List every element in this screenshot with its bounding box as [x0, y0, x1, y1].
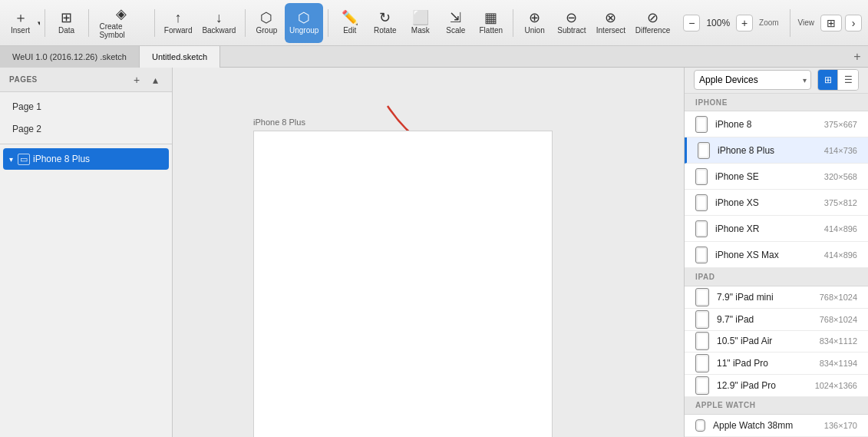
page-list: Page 1 Page 2: [0, 92, 172, 144]
sidebar: PAGES + ▴ Page 1 Page 2 ▾ ▭ iPhone 8 Plu…: [0, 68, 173, 437]
zoom-out-button[interactable]: −: [683, 15, 700, 31]
group-button[interactable]: ⬡ Group: [249, 3, 283, 43]
page-item-1-label: Page 1: [12, 101, 41, 112]
zoom-value: 100%: [703, 18, 733, 28]
device-iphone8plus[interactable]: iPhone 8 Plus 414×736: [685, 137, 868, 164]
artboard-frame[interactable]: [253, 131, 553, 437]
device-iphonexsmax[interactable]: iPhone XS Max 414×896: [685, 242, 868, 268]
insert-button[interactable]: ＋ Insert: [6, 3, 35, 43]
add-tab-button[interactable]: +: [847, 46, 868, 68]
iphonexs-size: 375×812: [824, 198, 857, 207]
device-ipadpro11[interactable]: 11" iPad Pro 834×1194: [685, 353, 868, 375]
iphone8plus-name: iPhone 8 Plus: [718, 145, 817, 156]
iphonexs-icon: [695, 194, 708, 211]
page-item-2[interactable]: Page 2: [3, 118, 169, 140]
ipad97-name: 9.7" iPad: [717, 314, 812, 325]
iphonexsmax-name: iPhone XS Max: [715, 250, 817, 260]
watch38-icon: [695, 419, 705, 432]
page-item-1[interactable]: Page 1: [3, 96, 169, 118]
create-symbol-button[interactable]: ◈ Create Symbol: [93, 3, 150, 43]
intersect-button[interactable]: ⊗ Intersect: [592, 3, 630, 43]
list-view-button[interactable]: ☰: [838, 70, 858, 90]
view-label: View: [795, 18, 818, 27]
iphonese-icon: [695, 168, 708, 185]
page-item-2-label: Page 2: [12, 124, 41, 134]
layer-iphone8plus[interactable]: ▾ ▭ iPhone 8 Plus: [3, 148, 169, 170]
toolbar: ＋ Insert ▾ ⊞ Data ◈ Create Symbol ↑ Forw…: [0, 0, 868, 46]
layer-section: ▾ ▭ iPhone 8 Plus: [0, 144, 172, 437]
subtract-label: Subtract: [557, 26, 586, 35]
device-ipadpro129[interactable]: 12.9" iPad Pro 1024×1366: [685, 375, 868, 397]
ipadmini-name: 7.9" iPad mini: [717, 292, 812, 303]
iphone8plus-icon: [698, 142, 710, 159]
view-toggle: ⊞ ☰: [817, 69, 859, 91]
intersect-label: Intersect: [596, 26, 625, 35]
iphone8-size: 375×667: [824, 120, 857, 129]
add-page-button[interactable]: +: [129, 72, 144, 88]
flatten-button[interactable]: ▦ Flatten: [474, 3, 508, 43]
device-iphonexr[interactable]: iPhone XR 414×896: [685, 216, 868, 242]
union-button[interactable]: ⊕ Union: [518, 3, 552, 43]
backward-icon: ↓: [216, 11, 223, 25]
grid-view-button[interactable]: ⊞: [818, 70, 838, 90]
union-label: Union: [525, 26, 545, 35]
edit-icon: ✏️: [342, 11, 358, 25]
tab-untitled-label: Untitled.sketch: [152, 52, 207, 61]
tab-weui[interactable]: WeUI 1.0 (2016.12.26) .sketch: [0, 46, 140, 68]
divider-2: [88, 9, 89, 37]
subtract-button[interactable]: ⊖ Subtract: [553, 3, 591, 43]
data-button[interactable]: ⊞ Data: [50, 3, 84, 43]
view-group: View ⊞ ›: [795, 15, 863, 31]
insert-icon: ＋: [14, 11, 28, 25]
iphonexr-size: 414×896: [824, 224, 857, 233]
ungroup-button[interactable]: ⬡ Ungroup: [285, 3, 323, 43]
divider-4: [245, 9, 246, 37]
ipad97-icon: [695, 310, 709, 329]
insert-arrow-btn[interactable]: ▾: [35, 3, 40, 43]
canvas: iPhone 8 Plus: [173, 68, 684, 437]
view-options-button[interactable]: ⊞: [820, 15, 842, 31]
device-ipadair[interactable]: 10.5" iPad Air 834×1112: [685, 331, 868, 353]
forward-button[interactable]: ↑ Forward: [160, 3, 196, 43]
iphonexsmax-icon: [695, 247, 708, 263]
insert-group[interactable]: ＋ Insert ▾: [6, 3, 40, 43]
divider-3: [154, 9, 155, 37]
device-iphonese[interactable]: iPhone SE 320×568: [685, 164, 868, 190]
device-iphone8[interactable]: iPhone 8 375×667: [685, 111, 868, 137]
device-ipad97[interactable]: 9.7" iPad 768×1024: [685, 309, 868, 331]
ungroup-label: Ungroup: [289, 26, 318, 35]
backward-button[interactable]: ↓ Backward: [198, 3, 239, 43]
tab-untitled[interactable]: Untitled.sketch: [140, 46, 220, 68]
group-icon: ⬡: [260, 11, 272, 25]
difference-icon: ⊘: [647, 11, 658, 25]
rotate-button[interactable]: ↻ Rotate: [368, 3, 402, 43]
divider-1: [45, 9, 45, 37]
iphonexs-name: iPhone XS: [715, 197, 817, 208]
tab-weui-label: WeUI 1.0 (2016.12.26) .sketch: [12, 52, 127, 61]
rotate-label: Rotate: [374, 26, 396, 35]
device-select-wrapper: Apple Devices: [694, 70, 811, 90]
edit-button[interactable]: ✏️ Edit: [333, 3, 367, 43]
device-category-select[interactable]: Apple Devices: [694, 70, 811, 90]
iphone8-icon: [695, 116, 708, 133]
data-icon: ⊞: [61, 11, 72, 25]
mask-button[interactable]: ⬜ Mask: [404, 3, 437, 43]
scale-button[interactable]: ⇲ Scale: [439, 3, 473, 43]
ipadmini-icon: [695, 288, 709, 306]
iphonexr-icon: [695, 220, 708, 237]
collapse-pages-button[interactable]: ▴: [147, 72, 163, 88]
device-watch38[interactable]: Apple Watch 38mm 136×170: [685, 415, 868, 437]
section-ipad-label: IPAD: [695, 273, 715, 281]
right-panel: Apple Devices ⊞ ☰ IPHONE: [684, 68, 868, 437]
difference-button[interactable]: ⊘ Difference: [632, 3, 675, 43]
main-area: PAGES + ▴ Page 1 Page 2 ▾ ▭ iPhone 8 Plu…: [0, 68, 868, 437]
insert-label: Insert: [11, 26, 30, 35]
create-symbol-icon: ◈: [116, 7, 127, 21]
section-iphone-label: IPHONE: [695, 98, 728, 107]
device-ipadmini[interactable]: 7.9" iPad mini 768×1024: [685, 286, 868, 309]
zoom-in-button[interactable]: +: [736, 15, 753, 31]
create-symbol-label: Create Symbol: [99, 22, 144, 39]
view-more-button[interactable]: ›: [845, 15, 862, 31]
pages-title: PAGES: [9, 75, 129, 84]
device-iphonexs[interactable]: iPhone XS 375×812: [685, 190, 868, 216]
